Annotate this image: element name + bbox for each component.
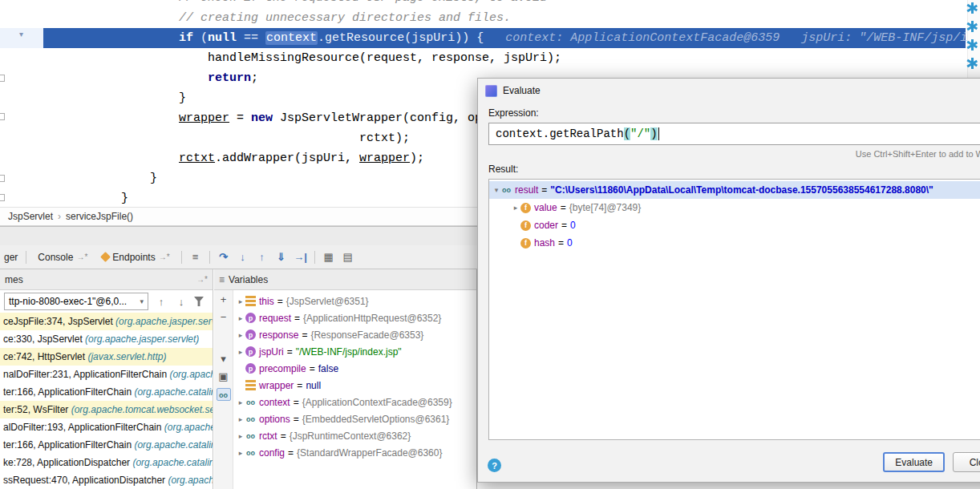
code-line: // Check if the requested JSP page exist… xyxy=(0,0,980,8)
add-watch-button[interactable]: + xyxy=(217,293,231,306)
gear-marker-icon xyxy=(966,21,978,32)
step-into-icon[interactable]: ↓ xyxy=(233,251,253,263)
frame-row[interactable]: alDoFilter:193, ApplicationFilterChain (… xyxy=(0,418,213,436)
previous-frame-button[interactable]: ↑ xyxy=(154,296,168,308)
field-icon: f xyxy=(520,203,531,213)
field-icon: f xyxy=(520,220,531,231)
jump-to-icon: →* xyxy=(159,253,170,261)
frame-row[interactable]: ceJspFile:374, JspServlet (org.apache.ja… xyxy=(0,313,213,330)
expand-chevron-icon[interactable]: ▸ xyxy=(236,297,245,305)
execution-line: if (null == context.getResource(jspUri))… xyxy=(0,28,966,48)
frame-row[interactable]: ter:166, ApplicationFilterChain (org.apa… xyxy=(0,383,213,401)
separator xyxy=(181,251,182,264)
watch-icon: oo xyxy=(245,447,256,458)
result-row[interactable]: fhash=0 xyxy=(489,234,980,252)
fold-marker-icon[interactable] xyxy=(0,113,5,120)
variable-row[interactable]: ▸presponse={ResponseFacade@6353} xyxy=(233,326,476,343)
expand-chevron-icon[interactable]: ▸ xyxy=(236,398,245,406)
expression-input[interactable]: context.getRealPath ( "/" ) ▾ xyxy=(488,123,980,145)
frame-row[interactable]: ter:166, ApplicationFilterChain (org.apa… xyxy=(0,436,213,454)
hide-library-frames-filter-icon[interactable] xyxy=(194,297,204,306)
jump-to-source-icon[interactable]: →* xyxy=(196,275,208,284)
watch-icon: oo xyxy=(245,430,256,441)
expand-chevron-icon[interactable]: ▸ xyxy=(236,331,245,339)
expand-chevron-icon[interactable]: ▸ xyxy=(236,348,245,356)
fold-marker-icon[interactable] xyxy=(0,175,5,182)
ide-debugger-window: // Check if the requested JSP page exist… xyxy=(0,0,980,489)
fold-arrow-icon[interactable]: ▾ xyxy=(19,30,23,38)
variable-row[interactable]: ▸pjspUri="/WEB-INF/jsp/index.jsp" xyxy=(233,343,476,360)
result-row[interactable]: ▸fvalue={byte[74]@7349} xyxy=(489,199,980,216)
matched-paren: ( xyxy=(624,127,630,140)
result-row[interactable]: fcoder=0 xyxy=(489,216,980,234)
tab-debugger-partial[interactable]: ger xyxy=(0,252,22,263)
result-label: Result: xyxy=(488,164,980,175)
evaluate-dialog: Evaluate Expression: context.getRealPath… xyxy=(477,78,980,483)
evaluate-button[interactable]: Evaluate xyxy=(883,452,945,472)
expand-chevron-icon[interactable]: ▸ xyxy=(236,314,245,322)
variable-row[interactable]: ▸oorctxt={JspRuntimeContext@6362} xyxy=(233,427,476,444)
variable-row[interactable]: wrapper=null xyxy=(233,377,476,394)
view-breakpoints-icon[interactable]: ▦ xyxy=(319,251,338,263)
show-watches-toggle[interactable]: oo xyxy=(217,388,231,401)
breadcrumb-item-method[interactable]: serviceJspFile() xyxy=(66,211,133,222)
help-icon[interactable]: ? xyxy=(488,459,501,472)
gear-marker-icon xyxy=(966,58,978,69)
frame-row[interactable]: ter:52, WsFilter (org.apache.tomcat.webs… xyxy=(0,401,213,418)
variables-panel-title: Variables xyxy=(229,274,268,285)
next-frame-button[interactable]: ↓ xyxy=(174,296,188,308)
result-row[interactable]: ▾ooresult="C:\Users\11860\AppData\Local\… xyxy=(489,181,980,199)
force-step-into-icon[interactable]: ⇓ xyxy=(272,251,291,263)
tab-endpoints[interactable]: Endpoints →* xyxy=(95,245,176,269)
variable-row[interactable]: ▸prequest={ApplicationHttpRequest@6352} xyxy=(233,309,476,326)
breadcrumb-item-class[interactable]: JspServlet xyxy=(8,211,53,222)
mute-breakpoints-icon[interactable]: ▤ xyxy=(338,251,358,263)
dialog-buttons: Evaluate Close xyxy=(883,452,980,472)
remove-watch-button[interactable]: − xyxy=(217,311,231,324)
frame-row[interactable]: nalDoFilter:231, ApplicationFilterChain … xyxy=(0,366,213,383)
expression-string: "/" xyxy=(630,127,650,140)
frame-row[interactable]: ssRequest:470, ApplicationDispatcher (or… xyxy=(0,471,213,489)
parameter-icon: p xyxy=(245,329,256,340)
fold-marker-icon[interactable] xyxy=(0,75,5,82)
separator xyxy=(314,251,315,264)
fold-marker-icon[interactable] xyxy=(0,194,5,201)
close-button[interactable]: Close xyxy=(953,452,980,472)
separator xyxy=(26,251,26,264)
step-out-icon[interactable]: ↑ xyxy=(253,251,272,263)
result-tree: ▾ooresult="C:\Users\11860\AppData\Local\… xyxy=(488,179,980,440)
expand-chevron-icon[interactable]: ▾ xyxy=(492,186,501,194)
run-to-cursor-icon[interactable]: →| xyxy=(291,251,310,263)
frame-row[interactable]: ce:742, HttpServlet (javax.servlet.http) xyxy=(0,348,213,366)
step-over-icon[interactable]: ↷ xyxy=(214,251,233,263)
variables-list: ▸this={JspServlet@6351}▸prequest={Applic… xyxy=(233,290,476,489)
layout-menu-icon[interactable]: ≡ xyxy=(186,251,205,263)
tab-endpoints-label: Endpoints xyxy=(112,252,155,263)
variable-row[interactable]: ▸ooconfig={StandardWrapperFacade@6360} xyxy=(233,444,476,461)
gear-marker-icon xyxy=(966,2,978,14)
panel-menu-icon[interactable]: ≡ xyxy=(219,274,225,285)
editor-marker-strip xyxy=(966,2,978,69)
watch-icon: oo xyxy=(245,414,256,424)
collapse-all-button[interactable]: ▾ xyxy=(217,353,231,366)
expand-chevron-icon[interactable]: ▸ xyxy=(236,415,245,423)
separator xyxy=(209,251,210,264)
expand-chevron-icon[interactable]: ▸ xyxy=(236,449,245,457)
watches-toolbar: +−▾▣oo xyxy=(214,290,233,489)
variable-row[interactable]: pprecompile=false xyxy=(233,360,476,377)
expand-chevron-icon[interactable]: ▸ xyxy=(236,432,245,440)
dialog-titlebar[interactable]: Evaluate xyxy=(478,79,980,103)
jump-to-icon: →* xyxy=(76,253,87,261)
frame-row[interactable]: ke:728, ApplicationDispatcher (org.apach… xyxy=(0,454,213,471)
frame-row[interactable]: ce:330, JspServlet (org.apache.jasper.se… xyxy=(0,330,213,348)
expression-label: Expression: xyxy=(488,107,980,119)
endpoints-icon xyxy=(100,252,111,262)
variable-row[interactable]: ▸this={JspServlet@6351} xyxy=(233,293,476,309)
variable-row[interactable]: ▸oooptions={EmbeddedServletOptions@6361} xyxy=(233,410,476,427)
tab-console[interactable]: Console →* xyxy=(30,245,95,269)
thread-selector[interactable]: ttp-nio-8080-exec-1"@6,0... ▾ xyxy=(4,293,148,310)
expand-chevron-icon[interactable]: ▸ xyxy=(511,204,520,212)
variable-row[interactable]: ▸oocontext={ApplicationContextFacade@635… xyxy=(233,394,476,410)
chevron-right-icon: › xyxy=(58,211,61,222)
duplicate-watch-button[interactable]: ▣ xyxy=(217,370,231,383)
